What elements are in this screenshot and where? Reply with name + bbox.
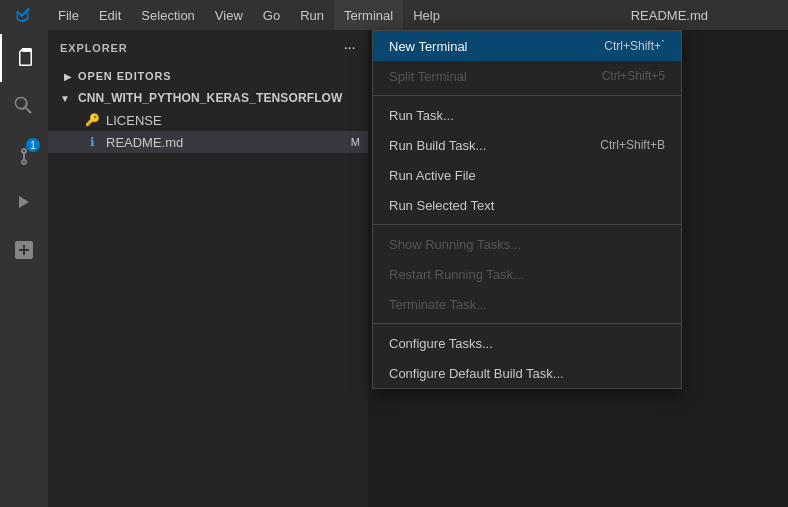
sidebar-more-icon[interactable]: ··· <box>344 42 356 54</box>
menu-file[interactable]: File <box>48 0 89 30</box>
open-editors-section[interactable]: ▶ OPEN EDITORS <box>48 65 368 87</box>
menu-restart-running-task[interactable]: Restart Running Task... <box>373 259 681 289</box>
menu-run-active-file[interactable]: Run Active File <box>373 160 681 190</box>
terminate-task-label: Terminate Task... <box>389 297 487 312</box>
vscode-logo <box>0 0 48 30</box>
sidebar-header: EXPLORER ··· <box>48 30 368 65</box>
run-selected-text-label: Run Selected Text <box>389 198 494 213</box>
menu-split-terminal[interactable]: Split Terminal Ctrl+Shift+5 <box>373 61 681 91</box>
new-terminal-label: New Terminal <box>389 39 468 54</box>
folder-cnn[interactable]: ▼ CNN_WITH_PYTHON_KERAS_TENSORFLOW <box>48 87 368 109</box>
folder-chevron: ▼ <box>60 90 76 106</box>
run-task-label: Run Task... <box>389 108 454 123</box>
source-control-badge: 1 <box>26 138 40 152</box>
menu-bar: File Edit Selection View Go Run Terminal… <box>48 0 450 30</box>
explorer-title: EXPLORER <box>60 42 128 54</box>
sidebar-actions: ··· <box>344 42 356 54</box>
open-editors-label: OPEN EDITORS <box>78 70 171 82</box>
show-running-tasks-label: Show Running Tasks... <box>389 237 521 252</box>
menu-view[interactable]: View <box>205 0 253 30</box>
run-build-task-shortcut: Ctrl+Shift+B <box>600 138 665 152</box>
menu-configure-default-build-task[interactable]: Configure Default Build Task... <box>373 358 681 388</box>
active-filename: README.md <box>631 8 708 23</box>
menu-run-build-task[interactable]: Run Build Task... Ctrl+Shift+B <box>373 130 681 160</box>
readme-filename: README.md <box>106 135 183 150</box>
menu-terminal[interactable]: Terminal <box>334 0 403 30</box>
activity-bar: 1 <box>0 30 48 507</box>
menu-run-task[interactable]: Run Task... <box>373 100 681 130</box>
file-license[interactable]: 🔑 LICENSE <box>48 109 368 131</box>
menu-run-selected-text[interactable]: Run Selected Text <box>373 190 681 220</box>
readme-icon: ℹ <box>84 134 100 150</box>
menu-new-terminal[interactable]: New Terminal Ctrl+Shift+` <box>373 31 681 61</box>
run-build-task-label: Run Build Task... <box>389 138 486 153</box>
license-icon: 🔑 <box>84 112 100 128</box>
restart-running-task-label: Restart Running Task... <box>389 267 524 282</box>
terminal-dropdown: New Terminal Ctrl+Shift+` Split Terminal… <box>372 30 682 389</box>
split-terminal-shortcut: Ctrl+Shift+5 <box>602 69 665 83</box>
separator-1 <box>373 95 681 96</box>
titlebar: File Edit Selection View Go Run Terminal… <box>0 0 788 30</box>
sidebar: EXPLORER ··· ▶ OPEN EDITORS ▼ CNN_WITH_P… <box>48 30 368 507</box>
readme-modified-badge: M <box>351 136 360 148</box>
menu-edit[interactable]: Edit <box>89 0 131 30</box>
license-filename: LICENSE <box>106 113 162 128</box>
run-active-file-label: Run Active File <box>389 168 476 183</box>
menu-go[interactable]: Go <box>253 0 290 30</box>
activity-search[interactable] <box>0 82 48 130</box>
activity-explorer[interactable] <box>0 34 48 82</box>
configure-default-build-task-label: Configure Default Build Task... <box>389 366 564 381</box>
menu-show-running-tasks[interactable]: Show Running Tasks... <box>373 229 681 259</box>
menu-terminate-task[interactable]: Terminate Task... <box>373 289 681 319</box>
menu-configure-tasks[interactable]: Configure Tasks... <box>373 328 681 358</box>
menu-help[interactable]: Help <box>403 0 450 30</box>
activity-source-control[interactable]: 1 <box>0 130 48 178</box>
menu-run[interactable]: Run <box>290 0 334 30</box>
separator-3 <box>373 323 681 324</box>
activity-run[interactable] <box>0 178 48 226</box>
split-terminal-label: Split Terminal <box>389 69 467 84</box>
new-terminal-shortcut: Ctrl+Shift+` <box>604 39 665 53</box>
activity-extensions[interactable] <box>0 226 48 274</box>
menu-selection[interactable]: Selection <box>131 0 204 30</box>
separator-2 <box>373 224 681 225</box>
file-readme[interactable]: ℹ README.md M <box>48 131 368 153</box>
open-editors-chevron: ▶ <box>60 68 76 84</box>
configure-tasks-label: Configure Tasks... <box>389 336 493 351</box>
folder-label: CNN_WITH_PYTHON_KERAS_TENSORFLOW <box>78 91 343 105</box>
